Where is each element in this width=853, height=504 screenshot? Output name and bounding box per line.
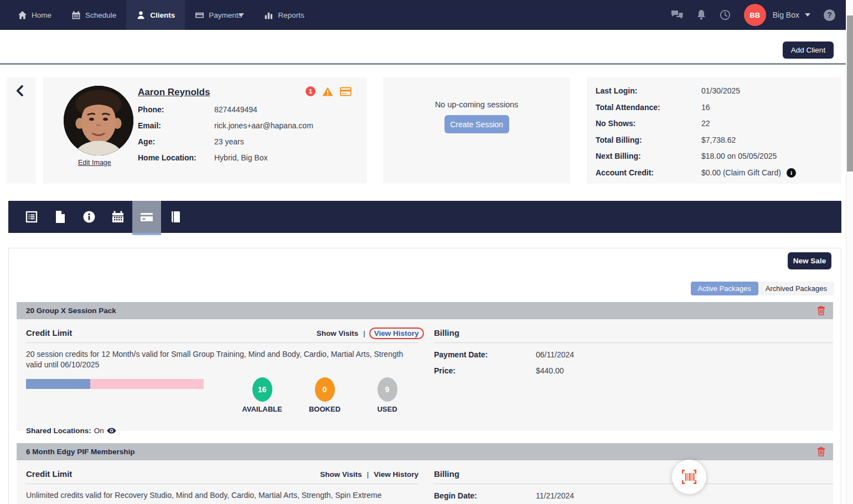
barcode-scan-button[interactable] <box>672 460 706 494</box>
nav-item-label: Payments <box>209 11 242 19</box>
tab-notes[interactable] <box>161 201 190 233</box>
available-label: AVAILABLE <box>242 405 282 413</box>
credit-limit-section: Credit Limit Show Visits | View History … <box>26 319 418 435</box>
vertical-scrollbar[interactable] <box>846 0 853 504</box>
user-avatar[interactable]: BB <box>744 4 766 26</box>
warning-icon[interactable] <box>322 87 333 96</box>
back-chevron-icon[interactable] <box>16 85 23 98</box>
nav-right: BB Big Box ? <box>671 0 853 30</box>
delete-package-icon[interactable] <box>817 447 825 456</box>
stat-value: $7,738.62 <box>701 136 736 144</box>
page-header: Add Client <box>0 30 846 65</box>
nav-item-schedule[interactable]: Schedule <box>61 0 126 30</box>
eye-icon[interactable] <box>107 428 116 434</box>
client-name-link[interactable]: Aaron Reynolds <box>138 87 210 98</box>
stat-value: 16 <box>701 103 710 112</box>
chat-icon[interactable] <box>671 10 683 20</box>
link-separator: | <box>363 329 365 337</box>
credit-counters: 16 AVAILABLE 0 BOOKED 9 USED <box>231 377 418 413</box>
chevron-down-icon <box>239 13 244 17</box>
top-nav: Home Schedule Clients Payments <box>0 0 853 30</box>
tab-archived-packages[interactable]: Archived Packages <box>758 282 834 295</box>
field-label: Email: <box>138 121 214 130</box>
stat-label: Total Attendance: <box>596 103 701 112</box>
used-label: USED <box>377 405 397 413</box>
client-field-phone: Phone: 8274449494 <box>138 105 313 114</box>
nav-item-reports[interactable]: Reports <box>254 0 314 30</box>
view-history-link[interactable]: View History <box>374 470 418 479</box>
package-title: 6 Month Edgy PIF Membership <box>26 448 135 456</box>
user-name[interactable]: Big Box <box>773 11 799 19</box>
client-stats-card: Last Login: 01/30/2025 Total Attendance:… <box>587 77 841 184</box>
show-visits-link[interactable]: Show Visits <box>320 470 362 479</box>
billing-value: 06/11/2024 <box>536 350 574 359</box>
package-description: 20 session credits for 12 Month/s valid … <box>26 349 408 370</box>
package-description: Unlimited credits valid for Recovery Stu… <box>26 490 408 501</box>
home-icon <box>18 11 27 20</box>
scrollbar-thumb[interactable] <box>847 15 853 172</box>
book-icon <box>169 210 182 224</box>
stat-value: 01/30/2025 <box>701 86 740 95</box>
help-icon[interactable]: ? <box>824 9 835 21</box>
upcoming-sessions-card: No up-coming sessions Create Session <box>383 77 570 184</box>
payments-icon <box>195 11 204 20</box>
info-icon[interactable]: i <box>787 168 796 178</box>
calendar-icon <box>71 11 81 20</box>
client-fields: Phone: 8274449494 Email: rick.jones+aar@… <box>138 105 313 169</box>
package-header: 6 Month Edgy PIF Membership <box>17 443 833 460</box>
nav-item-home[interactable]: Home <box>8 0 61 30</box>
shared-locations: Shared Locations: On <box>26 427 418 435</box>
billing-row: Begin Date: 11/21/2024 <box>434 491 833 500</box>
billing-label: Payment Date: <box>434 350 536 359</box>
package-filter-tabs: Active Packages Archived Packages <box>691 282 834 295</box>
field-value: 23 years <box>214 137 244 146</box>
credit-card-icon <box>139 210 154 224</box>
bar-chart-icon <box>264 11 273 20</box>
billing-section: Billing Payment Date: 06/11/2024 Price: … <box>434 319 833 375</box>
tab-documents[interactable] <box>46 201 75 233</box>
alert-count-badge[interactable]: 1 <box>306 86 316 96</box>
credit-progress-fill <box>26 379 90 389</box>
edit-image-link[interactable]: Edit Image <box>78 159 111 167</box>
package-header: 20 Group X Session Pack <box>17 302 833 319</box>
shared-locations-value: On <box>94 427 104 435</box>
nav-item-label: Reports <box>278 11 304 19</box>
client-field-email: Email: rick.jones+aar@hapana.com <box>138 121 313 130</box>
billing-card-icon[interactable] <box>340 87 351 96</box>
stat-value: $0.00 (Claim Gift Card) <box>701 168 781 177</box>
nav-item-clients[interactable]: Clients <box>126 0 185 30</box>
billing-value: $440.00 <box>536 366 564 375</box>
new-sale-button[interactable]: New Sale <box>788 252 831 269</box>
tab-details[interactable] <box>17 201 46 233</box>
nav-item-payments[interactable]: Payments <box>185 0 254 30</box>
available-counter: 16 AVAILABLE <box>231 377 293 413</box>
bell-icon[interactable] <box>696 9 706 20</box>
view-history-link[interactable]: View History <box>369 328 424 339</box>
tab-schedule[interactable] <box>104 201 132 233</box>
package-title: 20 Group X Session Pack <box>26 306 116 315</box>
show-visits-link[interactable]: Show Visits <box>317 329 359 337</box>
user-menu-caret-icon[interactable] <box>805 13 810 17</box>
booked-bubble: 0 <box>315 377 335 402</box>
client-field-home-location: Home Location: Hybrid, Big Box <box>138 153 313 162</box>
field-value: rick.jones+aar@hapana.com <box>214 121 313 130</box>
stat-label: Last Login: <box>596 86 701 95</box>
clock-icon[interactable] <box>720 9 731 20</box>
billing-title: Billing <box>434 469 459 479</box>
billing-section: Billing Begin Date: 11/21/2024 <box>434 460 833 500</box>
nav-left: Home Schedule Clients Payments <box>0 0 314 30</box>
booked-label: BOOKED <box>309 405 340 413</box>
tab-packages[interactable] <box>132 201 161 233</box>
barcode-icon <box>681 470 697 484</box>
create-session-button[interactable]: Create Session <box>444 115 509 133</box>
credit-limit-title: Credit Limit <box>26 469 72 479</box>
tab-active-packages[interactable]: Active Packages <box>691 282 758 295</box>
stat-label: No Shows: <box>596 119 701 128</box>
stat-label: Next Billing: <box>596 152 701 160</box>
no-sessions-message: No up-coming sessions <box>383 100 570 109</box>
client-photo <box>64 86 133 155</box>
tab-info[interactable] <box>75 201 104 233</box>
package-body: Credit Limit Show Visits | View History … <box>17 319 833 431</box>
add-client-button[interactable]: Add Client <box>783 41 834 59</box>
delete-package-icon[interactable] <box>817 306 825 315</box>
